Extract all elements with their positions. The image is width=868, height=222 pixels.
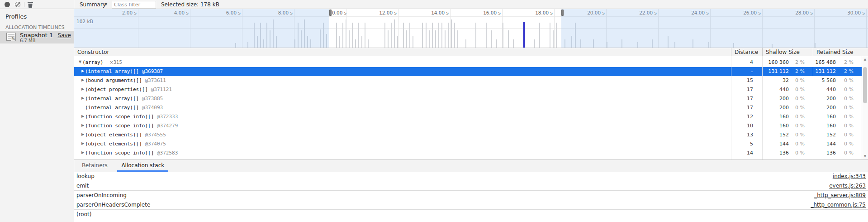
retained-pct-cell: 0 % xyxy=(844,150,854,156)
window-handle-left[interactable] xyxy=(329,10,332,16)
shallow-size-cell: 152 xyxy=(779,132,789,138)
retained-size-cell: 200 xyxy=(826,105,836,111)
disclosure-triangle-icon[interactable]: ▶ xyxy=(81,78,85,82)
disclosure-triangle-icon[interactable]: ▶ xyxy=(81,132,85,136)
allocation-bar xyxy=(496,39,497,48)
table-row[interactable]: ▶(function scope info)[] @374279101600 %… xyxy=(74,121,862,130)
save-link[interactable]: Save xyxy=(58,32,71,39)
object-id: @374279 xyxy=(157,123,178,129)
constructor-name: (function scope info)[] @372333 xyxy=(85,114,178,120)
column-header-distance[interactable]: Distance xyxy=(735,48,758,56)
disclosure-triangle-icon[interactable]: ▶ xyxy=(81,69,85,73)
retained-size-cell: 160 xyxy=(826,123,836,129)
column-divider xyxy=(762,56,763,159)
table-row[interactable]: ▶(object elements)[] @37407551440 %1440 … xyxy=(74,140,862,149)
record-icon[interactable] xyxy=(4,1,11,8)
constructor-name: (bound arguments)[] @373611 xyxy=(85,77,166,84)
table-row[interactable]: (internal array)[] @374093172000 %2000 % xyxy=(74,103,862,112)
allocation-bar xyxy=(403,23,404,48)
disclosure-triangle-icon[interactable]: ▶ xyxy=(81,96,85,100)
tab-retainers[interactable]: Retainers xyxy=(78,160,112,172)
stack-frame-row: parserOnHeadersComplete_http_common.js:7… xyxy=(74,200,868,210)
grid-scrollbar[interactable]: ▲ ▼ xyxy=(862,56,868,159)
disclosure-triangle-icon[interactable]: ▶ xyxy=(81,123,85,127)
stack-frame-row: (root) xyxy=(74,210,868,219)
table-row[interactable]: ▶(internal array)[] @373885172000 %2000 … xyxy=(74,94,862,103)
allocation-bar xyxy=(457,30,458,48)
allocation-timelines-heading: ALLOCATION TIMELINES xyxy=(5,24,65,30)
shallow-pct-cell: 0 % xyxy=(795,141,805,147)
toolbar-divider xyxy=(24,2,24,7)
distance-cell: – xyxy=(751,68,754,75)
disclosure-triangle-icon[interactable]: ▶ xyxy=(81,114,85,118)
stack-function-name: parserOnIncoming xyxy=(76,192,127,198)
disclosure-triangle-icon[interactable]: ▶ xyxy=(81,87,85,91)
retained-pct-cell: 0 % xyxy=(844,96,854,102)
table-row[interactable]: ▶(object properties)[] @371121174400 %44… xyxy=(74,85,862,94)
allocation-bar xyxy=(391,23,392,48)
scroll-up-icon[interactable]: ▲ xyxy=(862,58,868,61)
sidebar-item-snapshot-1[interactable]: % Snapshot 1 6.7 MB Save xyxy=(0,31,74,43)
column-header-retained-size[interactable]: Retained Size xyxy=(816,48,854,56)
constructor-name: (object elements)[] @374075 xyxy=(85,141,166,147)
window-handle-right[interactable] xyxy=(561,10,564,16)
stack-function-name: (root) xyxy=(76,211,91,217)
allocation-bar xyxy=(491,30,492,48)
allocation-bar xyxy=(454,23,455,48)
retained-size-cell: 136 xyxy=(826,150,836,156)
disclosure-triangle-icon[interactable]: ▶ xyxy=(81,150,85,154)
timeline-tick-label: 16.00 s xyxy=(469,10,501,15)
allocation-bar xyxy=(513,39,514,48)
disclosure-triangle-icon[interactable]: ▶ xyxy=(81,141,85,145)
allocation-bar xyxy=(361,36,362,48)
sidebar-divider xyxy=(74,0,74,222)
unselected-region-left[interactable] xyxy=(74,9,329,48)
retained-size-cell: 165 488 xyxy=(816,59,836,66)
allocation-bar xyxy=(406,30,407,48)
trash-icon[interactable] xyxy=(27,1,34,8)
scrollbar-thumb[interactable] xyxy=(863,67,867,103)
table-row[interactable]: ▶(function scope info)[] @372333121600 %… xyxy=(74,112,862,121)
instance-count-badge: ×315 xyxy=(109,60,122,65)
perspective-select[interactable]: Summary xyxy=(80,0,106,9)
column-header-shallow-size[interactable]: Shallow Size xyxy=(766,48,800,56)
source-location-link[interactable]: index.js:343 xyxy=(833,173,866,179)
source-location-link[interactable]: _http_common.js:75 xyxy=(811,202,866,208)
shallow-size-cell: 144 xyxy=(779,141,789,147)
allocation-stack-list: lookupindex.js:343emitevents.js:263parse… xyxy=(74,172,868,219)
shallow-pct-cell: 0 % xyxy=(795,96,805,102)
clear-icon[interactable] xyxy=(14,1,21,8)
shallow-pct-cell: 0 % xyxy=(795,77,805,84)
distance-cell: 17 xyxy=(747,87,753,93)
table-row[interactable]: ▶(function scope info)[] @372583141360 %… xyxy=(74,149,862,158)
shallow-size-cell: 136 xyxy=(779,150,789,156)
source-location-link[interactable]: events.js:263 xyxy=(829,183,866,189)
shallow-pct-cell: 0 % xyxy=(795,132,805,138)
allocation-bar xyxy=(388,30,389,48)
retained-pct-cell: 0 % xyxy=(844,114,854,120)
shallow-size-cell: 32 xyxy=(783,77,789,84)
disclosure-triangle-icon[interactable]: ▼ xyxy=(78,60,82,64)
object-id: @374555 xyxy=(145,132,166,138)
class-filter-input[interactable] xyxy=(112,1,156,9)
allocation-bar xyxy=(426,23,427,48)
unselected-region-right[interactable] xyxy=(561,9,868,48)
table-row[interactable]: ▼(array)×3154160 3602 %165 4882 % xyxy=(74,58,862,67)
snapshot-title: Snapshot 1 xyxy=(20,32,53,39)
source-location-link[interactable]: _http_server.js:809 xyxy=(814,192,866,198)
table-row[interactable]: ▶(object elements)[] @374555131520 %1520… xyxy=(74,130,862,140)
devtools-memory-panel: Summary ▼ Selected size: 178 kB Profiles… xyxy=(0,0,868,222)
stack-frame-row: lookupindex.js:343 xyxy=(74,172,868,181)
column-header-constructor[interactable]: Constructor xyxy=(77,48,109,56)
retained-size-cell: 131 112 xyxy=(816,68,836,75)
retained-size-cell: 144 xyxy=(826,141,836,147)
table-row[interactable]: ▶(internal array)[] @369387–131 1122 %13… xyxy=(74,67,862,76)
allocation-bar xyxy=(336,23,337,48)
tab-allocation-stack[interactable]: Allocation stack xyxy=(117,160,168,172)
stack-frame-row: parserOnIncoming_http_server.js:809 xyxy=(74,191,868,200)
scroll-down-icon[interactable]: ▼ xyxy=(862,154,868,158)
table-row[interactable]: ▶(bound arguments)[] @37361115320 %5 568… xyxy=(74,76,862,85)
allocation-overview-chart[interactable]: 102 kB 2.00 s4.00 s6.00 s8.00 s0.00 s12.… xyxy=(74,9,868,48)
shallow-pct-cell: 0 % xyxy=(795,114,805,120)
timeline-tick-label: 0.00 s xyxy=(332,10,352,15)
